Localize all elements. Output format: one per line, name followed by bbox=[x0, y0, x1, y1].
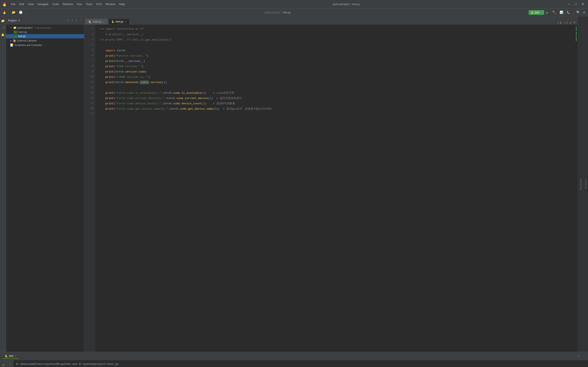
panel-minimize-btn[interactable]: — bbox=[582, 354, 586, 358]
toolbar-separator-3 bbox=[573, 10, 573, 15]
fold-btn-3[interactable]: ⊖ bbox=[99, 37, 102, 43]
collapse-btn-1[interactable]: ⬆ bbox=[9, 362, 12, 367]
titlebar-left: 🔥 File Edit View Navigate Code Refactor … bbox=[2, 2, 126, 7]
structure-panel[interactable]: Structure bbox=[583, 17, 588, 352]
close-button[interactable]: ✕ bbox=[580, 1, 586, 7]
scratch-icon: 📝 bbox=[10, 43, 14, 47]
tab-icon: 🐍 bbox=[88, 20, 91, 23]
code-line-8: print("CUDA Version: ") bbox=[99, 64, 573, 69]
toolbar-separator-2 bbox=[25, 10, 26, 15]
code-content[interactable]: ⊖# import tensorflow as tf # print(tf.__… bbox=[95, 25, 574, 352]
commit-icon[interactable]: ⎇ bbox=[0, 25, 6, 31]
hide-panel-btn[interactable]: — bbox=[79, 18, 82, 23]
titlebar-center-title: pythonproject - test.py bbox=[332, 2, 360, 6]
code-line-15: print("torch.cuda.device_count():",torch… bbox=[99, 101, 573, 106]
coverage-button[interactable]: 📊 bbox=[558, 10, 564, 15]
notifications-icon[interactable]: 🔔 bbox=[0, 32, 6, 38]
menu-run[interactable]: Run bbox=[75, 2, 84, 7]
warning-count: 1 bbox=[560, 21, 562, 24]
titlebar-menu: File Edit View Navigate Code Refactor Ru… bbox=[9, 2, 126, 7]
run-panel-header-right: ⚙ — bbox=[577, 354, 586, 358]
tree-item-scratches[interactable]: 📝 Scratches and Consoles bbox=[6, 43, 84, 47]
file-tree-header: Project ▼ ⊕ ≡ ⚙ — bbox=[6, 17, 84, 25]
tab-label: test.py bbox=[116, 20, 123, 23]
maximize-button[interactable]: □ bbox=[573, 1, 579, 7]
code-line-14: print("torch.cuda.current_device():",tor… bbox=[99, 96, 573, 101]
run-button[interactable]: ▶ bbox=[545, 9, 550, 16]
bookmarks-label[interactable]: Bookmarks bbox=[579, 178, 582, 190]
tree-options-btn[interactable]: ⚙ bbox=[75, 18, 78, 23]
tab-close-btn[interactable]: ✕ bbox=[103, 20, 105, 23]
tab-close-btn[interactable]: ✕ bbox=[124, 20, 126, 23]
menu-window[interactable]: Window bbox=[104, 2, 117, 7]
line-num-3: 3 bbox=[84, 37, 94, 42]
menu-vcs[interactable]: VCS bbox=[94, 2, 103, 7]
menu-navigate[interactable]: Navigate bbox=[36, 2, 50, 7]
tree-item-label: External Libraries bbox=[17, 39, 37, 42]
build-button[interactable]: 🔨 bbox=[551, 9, 557, 16]
tree-item-external-libs[interactable]: ▶ 📚 External Libraries bbox=[6, 38, 84, 43]
menu-help[interactable]: Help bbox=[117, 2, 126, 7]
bookmarks-panel[interactable]: Bookmarks bbox=[578, 17, 583, 352]
line-num-17: 17 bbox=[84, 111, 94, 117]
tree-item-pythonproject[interactable]: ▼ 📁 pythonproject D:\pythonproject bbox=[6, 25, 84, 30]
tree-item-testpy[interactable]: py test.py bbox=[6, 34, 84, 38]
project-chevron-icon[interactable]: ▼ bbox=[18, 19, 21, 22]
tab-label: main.py bbox=[93, 20, 101, 23]
error-count: 4 bbox=[566, 21, 567, 24]
toolbar-recent-btn[interactable]: 🕐 bbox=[17, 10, 24, 15]
tab-testpy[interactable]: 🐍 test.py ✕ bbox=[108, 19, 130, 24]
menu-tools[interactable]: Tools bbox=[84, 2, 94, 7]
fold-btn-1[interactable]: ⊖ bbox=[99, 26, 102, 32]
run-tab-active[interactable]: 🐍 test ✕ bbox=[2, 354, 18, 359]
search-everywhere-btn[interactable]: 🔍 bbox=[575, 10, 581, 15]
tree-item-mainpy[interactable]: py main.py bbox=[6, 30, 84, 34]
locate-file-btn[interactable]: ⊕ bbox=[66, 18, 70, 23]
tab-mainpy[interactable]: 🐍 main.py ✕ bbox=[85, 19, 108, 24]
run-tab-icon: 🐍 bbox=[5, 354, 8, 358]
run-tab-label: test bbox=[9, 354, 13, 358]
breadcrumb-project[interactable]: pythonproject bbox=[265, 11, 280, 14]
run-panel: 🐍 test ✕ ⚙ — ▶ ⬆ ■ ↩ 📌 🗑 ⬆ ⬇ D:\Anaconda… bbox=[0, 352, 588, 367]
code-editor[interactable]: 1 2 3 4 5 6 7 8 9 10 11 12 13 14 15 16 1… bbox=[84, 25, 578, 352]
scroll-down-btn[interactable]: ▼ bbox=[574, 21, 575, 24]
line-num-7: 7 bbox=[84, 58, 94, 63]
expand-arrow-icon: ▶ bbox=[10, 39, 12, 42]
menu-edit[interactable]: Edit bbox=[17, 2, 26, 7]
console-output[interactable]: D:\Anaconda3\envs\python39\python.exe D:… bbox=[14, 360, 588, 367]
code-line-5: import torch bbox=[99, 48, 573, 53]
tab-icon: 🐍 bbox=[111, 20, 115, 23]
toolbar-icons: 🔥 📂 🕐 pythonproject > test.py 🐍 test ▼ ▶… bbox=[0, 8, 588, 17]
line-num-15: 15 bbox=[84, 100, 94, 106]
structure-label[interactable]: Structure bbox=[584, 179, 587, 189]
panel-settings-btn[interactable]: ⚙ bbox=[577, 354, 580, 358]
activity-bar: 📁 ⎇ 🔔 bbox=[0, 17, 6, 352]
code-line-3: ⊖# print('GPU', tf.test.is_gpu_available… bbox=[99, 37, 573, 43]
file-tree-header-right: ⊕ ≡ ⚙ — bbox=[66, 18, 82, 23]
breadcrumb-file[interactable]: test.py bbox=[283, 11, 291, 14]
menu-view[interactable]: View bbox=[26, 2, 35, 7]
tree-item-label: main.py bbox=[18, 31, 27, 33]
collapse-all-btn[interactable]: ≡ bbox=[71, 18, 74, 23]
line-num-9: 9 bbox=[84, 69, 94, 74]
main-layout: 📁 ⎇ 🔔 Project ▼ ⊕ ≡ ⚙ — ▼ 📁 pythonprojec… bbox=[0, 17, 588, 352]
menu-file[interactable]: File bbox=[9, 2, 17, 7]
run-config-chevron: ▼ bbox=[540, 11, 542, 14]
toolbar-open-btn[interactable]: 📂 bbox=[11, 10, 17, 15]
menu-code[interactable]: Code bbox=[51, 2, 61, 7]
run-tab-close-btn[interactable]: ✕ bbox=[14, 354, 16, 357]
settings-btn[interactable]: ⚙ bbox=[582, 10, 586, 15]
app-logo-icon: 🔥 bbox=[2, 2, 7, 7]
tree-item-label: test.py bbox=[18, 35, 26, 38]
file-tree-panel: Project ▼ ⊕ ≡ ⚙ — ▼ 📁 pythonproject D:\p… bbox=[6, 17, 84, 352]
scroll-up-btn[interactable]: ▲ bbox=[570, 21, 571, 24]
file-tree-content: ▼ 📁 pythonproject D:\pythonproject py ma… bbox=[6, 25, 84, 352]
project-icon[interactable]: 📁 bbox=[0, 18, 6, 24]
debug-button[interactable]: 🐛 bbox=[565, 10, 571, 15]
run-config-btn[interactable]: 🐍 test ▼ bbox=[529, 10, 544, 15]
line-numbers: 1 2 3 4 5 6 7 8 9 10 11 12 13 14 15 16 1… bbox=[84, 25, 95, 352]
minimize-button[interactable]: ─ bbox=[566, 1, 572, 7]
editor-area: 🐍 main.py ✕ 🐍 test.py ✕ ⚠ 1 ⚠ 4 bbox=[84, 17, 578, 352]
menu-refactor[interactable]: Refactor bbox=[61, 2, 75, 7]
rerun-btn[interactable]: ▶ bbox=[2, 362, 6, 367]
